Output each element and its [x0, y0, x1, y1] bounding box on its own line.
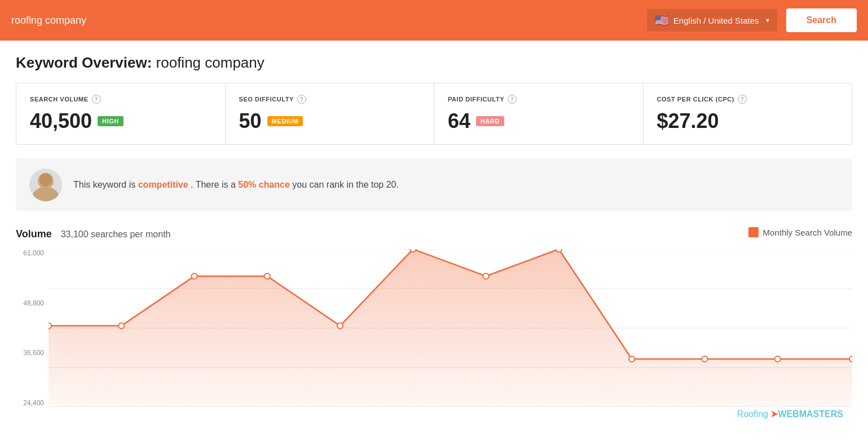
y-label-3: 24,400	[23, 399, 44, 407]
metric-seo-difficulty: SEO DIFFICULTY ? 50 MEDIUM	[226, 83, 435, 144]
search-volume-help-icon[interactable]: ?	[92, 95, 101, 104]
insight-bar: This keyword is competitive . There is a…	[16, 158, 852, 211]
metrics-row: SEARCH VOLUME ? 40,500 HIGH SEO DIFFICUL…	[16, 83, 852, 145]
chart-subtitle: 33,100 searches per month	[61, 229, 171, 240]
branding: Roofing ➤WEBMASTERS	[737, 409, 843, 419]
data-point-6	[483, 273, 489, 279]
language-selector[interactable]: 🇺🇸 English / United States ▾	[647, 9, 777, 32]
data-point-1	[118, 323, 124, 329]
data-point-10	[775, 356, 781, 362]
legend-color-box	[748, 227, 759, 237]
seo-difficulty-label: SEO DIFFICULTY ?	[239, 95, 421, 104]
chart-inner	[49, 249, 852, 407]
branding-suffix: WEBMASTERS	[778, 409, 843, 419]
search-input-wrap[interactable]	[11, 15, 638, 26]
avatar-image	[29, 169, 62, 201]
data-point-8	[629, 356, 635, 362]
metric-paid-difficulty: PAID DIFFICULTY ? 64 HARD	[434, 83, 644, 144]
header: 🇺🇸 English / United States ▾ Search	[0, 0, 868, 41]
chart-title: Volume	[16, 228, 52, 240]
data-point-3	[265, 273, 270, 279]
insight-text: This keyword is competitive . There is a…	[73, 178, 399, 192]
chevron-down-icon: ▾	[766, 16, 769, 24]
us-flag-icon: 🇺🇸	[655, 14, 669, 27]
metric-search-volume: SEARCH VOLUME ? 40,500 HIGH	[16, 83, 226, 144]
cpc-label: COST PER CLICK (CPC) ?	[657, 95, 839, 104]
data-point-7	[556, 249, 562, 252]
y-label-1: 48,800	[23, 299, 44, 307]
data-point-9	[702, 356, 707, 362]
chart-yaxis: 61,000 48,800 36,600 24,400	[16, 249, 49, 407]
seo-difficulty-badge: MEDIUM	[267, 116, 303, 126]
search-volume-label: SEARCH VOLUME ?	[30, 95, 212, 104]
language-label: English / United States	[673, 16, 759, 25]
cpc-help-icon[interactable]: ?	[738, 95, 747, 104]
search-volume-badge: HIGH	[98, 116, 124, 126]
seo-difficulty-help-icon[interactable]: ?	[297, 95, 306, 104]
legend-label: Monthly Search Volume	[763, 228, 852, 237]
branding-arrow: ➤	[770, 409, 778, 419]
paid-difficulty-label: PAID DIFFICULTY ?	[448, 95, 629, 104]
cpc-value: $27.20	[657, 109, 839, 133]
paid-difficulty-badge: HARD	[476, 116, 504, 126]
avatar	[29, 169, 62, 201]
data-point-2	[191, 273, 197, 279]
data-point-11	[849, 356, 852, 362]
data-point-5	[410, 249, 416, 252]
data-point-0	[49, 323, 51, 329]
seo-difficulty-value: 50 MEDIUM	[239, 109, 421, 133]
paid-difficulty-help-icon[interactable]: ?	[508, 95, 517, 104]
metric-cpc: COST PER CLICK (CPC) ? $27.20	[644, 83, 852, 144]
chart-header: Volume 33,100 searches per month Monthly…	[16, 227, 852, 240]
svg-point-3	[39, 173, 52, 187]
chart-wrap: 61,000 48,800 36,600 24,400	[16, 249, 852, 424]
paid-difficulty-value: 64 HARD	[448, 109, 629, 133]
y-label-0: 61,000	[23, 249, 44, 257]
search-button[interactable]: Search	[786, 8, 857, 32]
search-volume-value: 40,500 HIGH	[30, 109, 212, 133]
page-title: Keyword Overview: roofing company	[16, 54, 852, 72]
search-input[interactable]	[11, 15, 638, 26]
chart-section: Volume 33,100 searches per month Monthly…	[16, 227, 852, 435]
page-content: Keyword Overview: roofing company SEARCH…	[0, 41, 868, 443]
branding-prefix: Roofing	[737, 409, 771, 419]
y-label-2: 36,600	[23, 349, 44, 357]
svg-point-4	[32, 188, 59, 201]
data-point-4	[337, 323, 343, 329]
chart-svg	[49, 249, 852, 407]
chart-legend: Monthly Search Volume	[748, 227, 852, 237]
